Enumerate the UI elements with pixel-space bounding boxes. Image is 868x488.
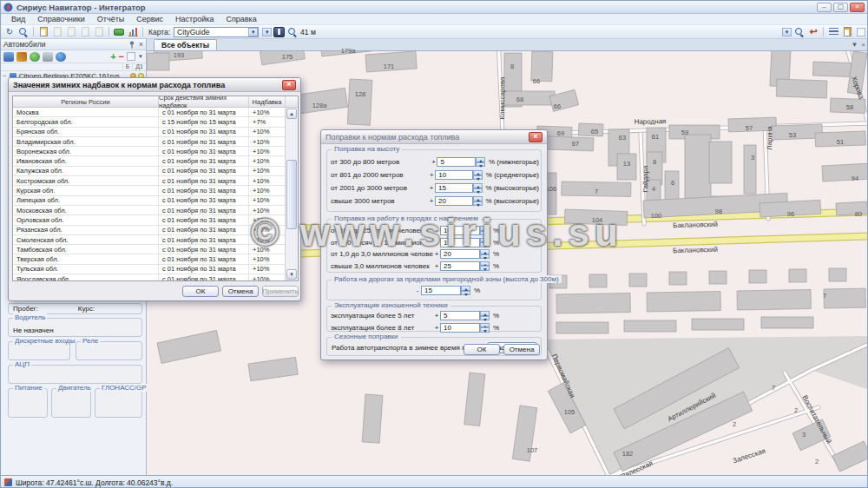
correction-value-input[interactable]: 15	[440, 238, 480, 247]
cancel-button[interactable]: Отмена	[503, 344, 540, 355]
vehicles-filter-button[interactable]	[113, 26, 125, 37]
tab-dropdown-icon[interactable]: ▼	[851, 41, 858, 49]
van-icon[interactable]	[43, 52, 53, 62]
map-select-combobox[interactable]: CityGuide ▼	[174, 27, 259, 37]
correction-value-input[interactable]: 5	[440, 311, 480, 320]
map-options-dropdown[interactable]: ▼	[262, 28, 272, 36]
table-row[interactable]: Владимирская обл. с 01 ноября по 31 март…	[13, 137, 286, 147]
world-icon[interactable]	[56, 52, 66, 62]
menu-item[interactable]: Настройка	[170, 15, 219, 23]
find-vehicle-icon[interactable]	[3, 52, 14, 62]
menu-item[interactable]: Справка	[220, 15, 261, 23]
spinner[interactable]	[480, 261, 490, 271]
correction-value-input[interactable]: 15	[435, 183, 473, 193]
brush-icon[interactable]	[16, 52, 27, 62]
zoom-scale-dropdown[interactable]: ▼	[782, 28, 792, 36]
panel-close-icon[interactable]: ×	[139, 40, 143, 49]
table-row[interactable]: Тульская обл. с 01 ноября по 31 марта +1…	[13, 265, 286, 274]
spinner[interactable]	[480, 323, 490, 333]
column-header[interactable]: Д1	[132, 63, 146, 70]
column-header[interactable]: Надбавка	[249, 96, 286, 107]
ok-button[interactable]: ОК	[182, 286, 219, 297]
view-mode-icon[interactable]	[127, 52, 135, 61]
table-row[interactable]: Московская обл. с 01 ноября по 31 марта …	[13, 206, 286, 215]
table-row[interactable]: Ивановская обл. с 01 ноября по 31 марта …	[13, 156, 286, 166]
pin-icon[interactable]	[128, 41, 135, 49]
tab-all-objects[interactable]: Все объекты	[154, 39, 217, 50]
correction-value-input[interactable]: 10	[435, 170, 473, 180]
correction-value-input[interactable]: 10	[440, 323, 480, 333]
locate-button[interactable]	[273, 27, 285, 37]
search-icon[interactable]	[17, 26, 30, 37]
notes-icon[interactable]	[841, 26, 853, 37]
menu-item[interactable]: Сервис	[131, 15, 168, 23]
table-row[interactable]: Белгородская обл. с 15 ноября по 15 март…	[13, 117, 286, 127]
column-header[interactable]: Б	[122, 63, 133, 70]
table-row[interactable]: Орловская обл. с 01 ноября по 31 марта +…	[13, 215, 286, 225]
edit-page-icon[interactable]	[37, 26, 49, 37]
table-row[interactable]: Ярославская обл. с 01 ноября по 31 марта…	[13, 274, 286, 281]
scroll-down-icon[interactable]: ▼	[286, 269, 297, 280]
table-scrollbar[interactable]: ▲ ▼	[285, 108, 298, 280]
spinner[interactable]	[473, 196, 482, 206]
tab-close-icon[interactable]: ×	[861, 41, 865, 49]
zoom-out-icon[interactable]	[793, 26, 806, 37]
spinner[interactable]	[473, 183, 482, 193]
zoom-in-icon[interactable]	[286, 26, 299, 37]
spinner[interactable]	[480, 311, 490, 320]
correction-value-input[interactable]: 15	[421, 286, 461, 295]
table-row[interactable]: Калужская обл. с 01 ноября по 31 марта +…	[13, 167, 286, 176]
add-vehicle-button[interactable]: +	[110, 51, 115, 62]
close-icon[interactable]: ×	[282, 80, 296, 90]
spinner[interactable]	[480, 226, 490, 235]
table-row[interactable]: Брянская обл. с 01 ноября по 31 марта +1…	[13, 128, 286, 137]
cell-region: Рязанская обл.	[13, 226, 159, 234]
tree-expand-icon[interactable]: −	[3, 72, 7, 80]
column-header[interactable]: Срок действия зимних надбавок	[159, 96, 249, 107]
correction-value-input[interactable]: 10	[440, 226, 480, 235]
table-row[interactable]: Курская обл. с 01 ноября по 31 марта +10…	[13, 186, 286, 195]
apply-button[interactable]: Применить	[262, 286, 299, 297]
table-row[interactable]: Смоленская обл. с 01 ноября по 31 марта …	[13, 235, 286, 245]
dialog-title-bar[interactable]: Поправки к нормам расхода топлива ×	[321, 130, 547, 144]
close-button[interactable]: ×	[850, 3, 865, 12]
cancel-button[interactable]: Отмена	[222, 286, 259, 297]
correction-value-input[interactable]: 5	[437, 157, 476, 167]
column-header[interactable]: Регионы России	[13, 96, 159, 107]
chart-icon[interactable]	[127, 26, 139, 37]
table-row[interactable]: Липецкая обл. с 01 ноября по 31 марта +1…	[13, 196, 286, 206]
table-row[interactable]: Москва с 01 ноября по 31 марта +10%	[13, 108, 286, 117]
spinner[interactable]	[473, 170, 483, 180]
checkbox-icon[interactable]	[855, 26, 867, 37]
spinner[interactable]	[480, 238, 490, 247]
chevron-down-icon[interactable]: ▼	[248, 28, 258, 36]
spinner[interactable]	[480, 249, 490, 259]
table-row[interactable]: Воронежская обл. с 01 ноября по 31 марта…	[13, 147, 286, 156]
scrollbar-thumb[interactable]	[286, 160, 297, 229]
back-arrow-icon[interactable]: ↩	[807, 26, 819, 37]
view-dropdown-icon[interactable]: ▼	[138, 54, 143, 59]
scroll-up-icon[interactable]: ▲	[286, 109, 297, 119]
dialog-title-bar[interactable]: Значения зимних надбавок к нормам расход…	[9, 78, 300, 92]
menu-item[interactable]: Вид	[6, 15, 30, 23]
minimize-button[interactable]: –	[817, 3, 832, 12]
spinner[interactable]	[461, 286, 470, 295]
refresh-icon[interactable]: ↻	[3, 26, 16, 37]
menu-item[interactable]: Отчёты	[92, 15, 129, 23]
cell-allowance: +10%	[249, 147, 286, 155]
correction-value-input[interactable]: 20	[440, 249, 480, 259]
correction-value-input[interactable]: 20	[435, 196, 473, 206]
legend-icon[interactable]	[827, 26, 839, 37]
menu-item[interactable]: Справочники	[32, 15, 90, 23]
table-row[interactable]: Костромская обл. с 01 ноября по 31 марта…	[13, 176, 286, 186]
maximize-button[interactable]: ▢	[833, 3, 848, 12]
table-row[interactable]: Тверская обл. с 01 ноября по 31 марта +1…	[13, 254, 286, 264]
spinner[interactable]	[476, 157, 485, 167]
table-row[interactable]: Рязанская обл. с 01 ноября по 31 марта +…	[13, 226, 286, 235]
table-row[interactable]: Тамбовская обл. с 01 ноября по 31 марта …	[13, 245, 286, 254]
remove-vehicle-button[interactable]: −	[119, 51, 124, 62]
globe-icon[interactable]	[30, 52, 40, 62]
close-icon[interactable]: ×	[529, 132, 542, 142]
ok-button[interactable]: ОК	[464, 344, 500, 355]
correction-value-input[interactable]: 25	[440, 261, 480, 271]
